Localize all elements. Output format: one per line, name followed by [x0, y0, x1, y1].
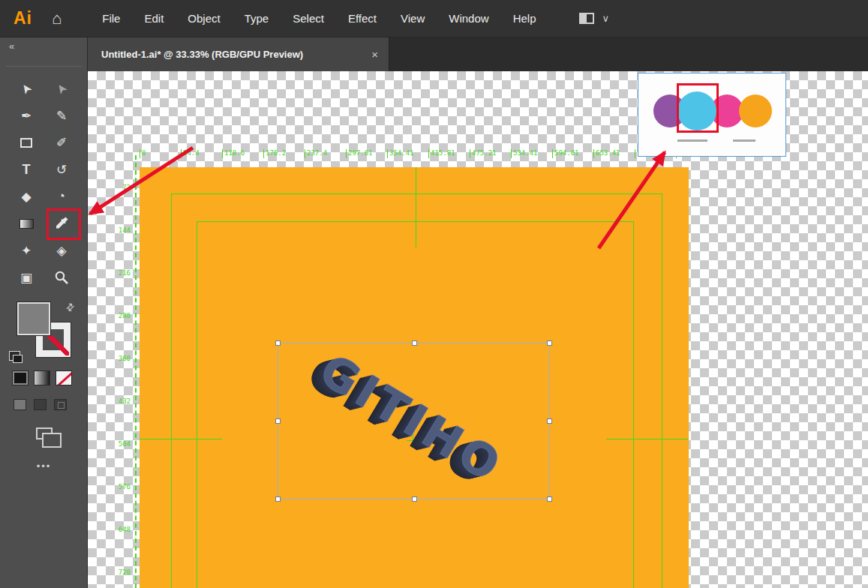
- selection-handle[interactable]: [547, 496, 552, 502]
- ruler-value: 648: [110, 526, 133, 568]
- close-icon[interactable]: ×: [371, 48, 378, 61]
- curvature-pen-icon: ✎: [56, 108, 67, 124]
- top-ruler: 054.4118.6176.2237.4297.61354.41415.8147…: [140, 145, 717, 155]
- workspace-switcher[interactable]: ∨: [579, 13, 609, 24]
- illustrator-window: Ai ⌂ FileEditObjectTypeSelectEffectViewW…: [0, 0, 868, 588]
- zoom-tool[interactable]: [48, 264, 75, 291]
- selection-handle[interactable]: [547, 340, 552, 346]
- ruler-value: 653.41: [593, 149, 635, 158]
- ruler-value: 594.01: [552, 149, 593, 158]
- artboard-tool[interactable]: ▣: [13, 264, 40, 291]
- artboard-icon: ▣: [20, 270, 32, 286]
- eraser-icon: ◆: [21, 189, 31, 205]
- collapse-panel-icon[interactable]: «: [9, 40, 13, 52]
- ruler-value: 288: [110, 312, 133, 355]
- gradient-tool[interactable]: [13, 210, 40, 237]
- draw-inside-button[interactable]: [54, 399, 67, 410]
- ruler-value: 118.6: [222, 149, 263, 158]
- gradient-button[interactable]: [34, 370, 50, 386]
- eraser-tool[interactable]: ◆: [13, 183, 40, 210]
- ruler-value: 297.61: [346, 149, 387, 158]
- center-guide-vertical: [416, 167, 416, 248]
- selection-handle[interactable]: [275, 418, 281, 424]
- swap-fill-stroke-icon[interactable]: ⇄: [63, 300, 77, 314]
- menu-item[interactable]: Edit: [132, 6, 176, 31]
- ruler-value: 54.4: [181, 149, 222, 158]
- tool-grid: ➤ ➤ ✒ ✎ ✐ T ↺ ◆ ◔ ✦ ◈ ▣: [13, 75, 75, 291]
- ruler-value: 534.41: [511, 149, 552, 158]
- center-guide-right-segment: [606, 439, 689, 440]
- home-icon[interactable]: ⌂: [52, 10, 62, 27]
- ruler-value: 576: [110, 483, 133, 526]
- ruler-value: 415.81: [428, 149, 470, 158]
- ruler-value: 72: [110, 184, 133, 226]
- selection-handle[interactable]: [412, 496, 417, 502]
- ruler-value: 504: [110, 440, 133, 483]
- illustrator-logo: Ai: [14, 8, 32, 28]
- shaper-tool[interactable]: ✦: [13, 237, 40, 264]
- ruler-value: 475.21: [470, 149, 511, 158]
- tools-panel: « ➤ ➤ ✒ ✎ ✐ T ↺ ◆ ◔ ✦ ◈ ▣: [0, 38, 88, 588]
- caption-text-placeholder: [733, 140, 755, 142]
- selection-handle[interactable]: [275, 496, 281, 502]
- rotate-view-icon: ◔: [58, 189, 65, 204]
- rotate-view-tool[interactable]: ◔: [48, 183, 75, 210]
- shape-builder-tool[interactable]: ◈: [48, 237, 75, 264]
- menu-bar: Ai ⌂ FileEditObjectTypeSelectEffectViewW…: [0, 0, 868, 38]
- ruler-value: 354.41: [387, 149, 428, 158]
- vertical-guide-dashed: [135, 155, 137, 588]
- canvas-pasteboard[interactable]: 054.4118.6176.2237.4297.61354.41415.8147…: [88, 71, 868, 588]
- ruler-value: 720: [110, 568, 133, 588]
- ruler-value: 360: [110, 355, 133, 398]
- magnifier-icon: [54, 270, 69, 285]
- color-button[interactable]: [12, 370, 29, 386]
- workspace-icon: [579, 13, 594, 24]
- rotate-tool[interactable]: ↺: [48, 156, 75, 183]
- draw-mode-buttons: [14, 399, 67, 410]
- menu-item[interactable]: Effect: [336, 6, 389, 31]
- rectangle-icon: [20, 138, 32, 148]
- ruler-value: 144: [110, 226, 133, 269]
- menu-item[interactable]: Window: [437, 6, 500, 31]
- color-type-buttons: [12, 370, 72, 386]
- highlight-box-cyan-circle: [677, 83, 719, 133]
- draw-behind-button[interactable]: [34, 399, 47, 410]
- direct-selection-arrow-icon: ➤: [52, 80, 71, 98]
- selection-handle[interactable]: [275, 340, 281, 346]
- rectangle-tool[interactable]: [13, 129, 40, 156]
- menu-item[interactable]: Help: [501, 6, 548, 31]
- selection-tool[interactable]: ➤: [13, 75, 40, 102]
- type-tool[interactable]: T: [13, 156, 40, 183]
- draw-normal-button[interactable]: [14, 399, 26, 410]
- gradient-icon: [20, 219, 34, 229]
- selection-handle[interactable]: [547, 418, 552, 424]
- selection-bounding-box[interactable]: [278, 343, 550, 500]
- ruler-value: 0: [140, 149, 181, 158]
- menu-item[interactable]: Select: [281, 6, 336, 31]
- edit-toolbar-more-button[interactable]: •••: [0, 460, 88, 472]
- divider: [6, 66, 82, 67]
- selection-arrow-icon: ➤: [17, 80, 35, 98]
- none-button[interactable]: [56, 370, 72, 386]
- paintbrush-icon: ✐: [56, 135, 67, 151]
- pen-tool[interactable]: ✒: [13, 102, 40, 129]
- caption-text-placeholder: [677, 140, 707, 142]
- default-fill-stroke-icon[interactable]: [9, 351, 20, 361]
- menu-items: FileEditObjectTypeSelectEffectViewWindow…: [90, 6, 548, 31]
- pen-icon: ✒: [21, 108, 32, 124]
- ruler-value: 216: [110, 269, 133, 312]
- paintbrush-tool[interactable]: ✐: [48, 129, 75, 156]
- menu-item[interactable]: File: [90, 6, 132, 31]
- menu-item[interactable]: Object: [176, 6, 232, 31]
- menu-item[interactable]: Type: [233, 6, 281, 31]
- ruler-value: 432: [110, 398, 133, 440]
- screen-mode-icon[interactable]: [36, 428, 53, 440]
- direct-selection-tool[interactable]: ➤: [48, 75, 75, 102]
- menu-item[interactable]: View: [389, 6, 437, 31]
- curvature-tool[interactable]: ✎: [48, 102, 75, 129]
- fill-color-swatch[interactable]: [17, 302, 51, 336]
- ruler-value: 237.4: [305, 149, 346, 158]
- selection-handle[interactable]: [412, 340, 417, 346]
- shaper-icon: ✦: [21, 243, 32, 259]
- document-tab[interactable]: Untitled-1.ai* @ 33.33% (RGB/GPU Preview…: [88, 38, 389, 71]
